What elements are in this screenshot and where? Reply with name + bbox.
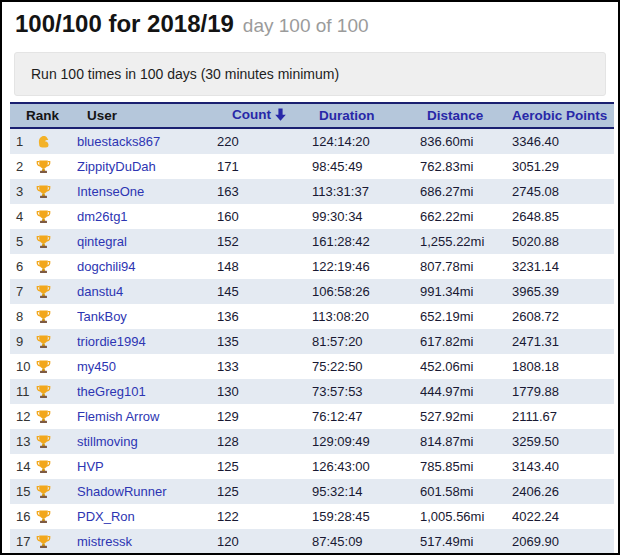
table-row: 17mistressk12087:45:09517.49mi2069.90 [10, 529, 614, 554]
user-cell: stillmoving [77, 429, 217, 454]
user-link[interactable]: ZippityDuDah [77, 159, 156, 174]
distance-cell: 1,005.56mi [420, 504, 512, 529]
count-cell: 129 [217, 404, 312, 429]
table-row: 1bluestacks867220124:14:20836.60mi3346.4… [10, 128, 614, 154]
duration-cell: 98:45:49 [312, 154, 420, 179]
trophy-icon [35, 533, 52, 550]
trophy-icon [35, 233, 52, 250]
user-link[interactable]: dm26tg1 [77, 209, 128, 224]
user-cell: bluestacks867 [77, 128, 217, 154]
rank-number: 4 [16, 209, 32, 224]
user-link[interactable]: HVP [77, 459, 104, 474]
user-link[interactable]: stillmoving [77, 434, 138, 449]
user-link[interactable]: theGreg101 [77, 384, 146, 399]
trophy-icon [35, 433, 52, 450]
distance-cell: 617.82mi [420, 329, 512, 354]
page-title: 100/100 for 2018/19 [15, 10, 234, 38]
trophy-icon [35, 283, 52, 300]
table-row: 13stillmoving128129:09:49814.87mi3259.50 [10, 429, 614, 454]
count-cell: 128 [217, 429, 312, 454]
duration-cell: 75:22:50 [312, 354, 420, 379]
table-row: 12Flemish Arrow12976:12:47527.92mi2111.6… [10, 404, 614, 429]
rank-cell: 6 [10, 254, 77, 279]
duration-cell: 73:57:53 [312, 379, 420, 404]
user-link[interactable]: IntenseOne [77, 184, 144, 199]
column-header-rank: Rank [10, 103, 77, 128]
rank-cell: 4 [10, 204, 77, 229]
trophy-icon [35, 358, 52, 375]
distance-cell: 991.34mi [420, 279, 512, 304]
trophy-icon [35, 508, 52, 525]
user-link[interactable]: triordie1994 [77, 334, 146, 349]
rank-number: 13 [16, 434, 32, 449]
rank-number: 15 [16, 484, 32, 499]
table-row: 10my45013375:22:50452.06mi1808.18 [10, 354, 614, 379]
challenge-description: Run 100 times in 100 days (30 minutes mi… [31, 66, 339, 82]
user-link[interactable]: mistressk [77, 534, 132, 549]
count-cell: 120 [217, 529, 312, 554]
duration-cell: 87:45:09 [312, 529, 420, 554]
duration-cell: 159:28:45 [312, 504, 420, 529]
distance-cell: 452.06mi [420, 354, 512, 379]
rank-number: 6 [16, 259, 32, 274]
rank-cell: 17 [10, 529, 77, 554]
user-link[interactable]: my450 [77, 359, 116, 374]
points-cell: 5020.88 [512, 229, 614, 254]
duration-cell: 113:31:37 [312, 179, 420, 204]
distance-cell: 686.27mi [420, 179, 512, 204]
table-row: 11theGreg10113073:57:53444.97mi1779.88 [10, 379, 614, 404]
points-cell: 1779.88 [512, 379, 614, 404]
points-cell: 2745.08 [512, 179, 614, 204]
column-header-distance[interactable]: Distance [420, 103, 512, 128]
user-link[interactable]: Flemish Arrow [77, 409, 159, 424]
challenge-description-box: Run 100 times in 100 days (30 minutes mi… [14, 52, 606, 96]
trophy-icon [35, 408, 52, 425]
trophy-icon [35, 258, 52, 275]
user-cell: PDX_Ron [77, 504, 217, 529]
count-cell: 152 [217, 229, 312, 254]
distance-cell: 601.58mi [420, 479, 512, 504]
count-cell: 145 [217, 279, 312, 304]
user-link[interactable]: qintegral [77, 234, 127, 249]
rank-cell: 3 [10, 179, 77, 204]
user-link[interactable]: danstu4 [77, 284, 123, 299]
user-link[interactable]: PDX_Ron [77, 509, 135, 524]
trophy-icon [35, 458, 52, 475]
points-cell: 4022.24 [512, 504, 614, 529]
user-cell: danstu4 [77, 279, 217, 304]
table-row: 16PDX_Ron122159:28:451,005.56mi4022.24 [10, 504, 614, 529]
user-link[interactable]: bluestacks867 [77, 134, 160, 149]
user-link[interactable]: TankBoy [77, 309, 127, 324]
table-row: 3IntenseOne163113:31:37686.27mi2745.08 [10, 179, 614, 204]
rank-cell: 2 [10, 154, 77, 179]
rank-number: 8 [16, 309, 32, 324]
trophy-icon [35, 333, 52, 350]
column-header-aerobic-points[interactable]: Aerobic Points [512, 103, 614, 128]
trophy-icon [35, 483, 52, 500]
count-cell: 163 [217, 179, 312, 204]
column-header-duration[interactable]: Duration [312, 103, 420, 128]
table-row: 5qintegral152161:28:421,255.22mi5020.88 [10, 229, 614, 254]
column-header-count[interactable]: Count [217, 103, 312, 128]
rank-number: 12 [16, 409, 32, 424]
user-cell: mistressk [77, 529, 217, 554]
rank-cell: 11 [10, 379, 77, 404]
rank-number: 9 [16, 334, 32, 349]
duration-cell: 76:12:47 [312, 404, 420, 429]
user-link[interactable]: dogchili94 [77, 259, 136, 274]
distance-cell: 836.60mi [420, 128, 512, 154]
user-cell: IntenseOne [77, 179, 217, 204]
rank-number: 10 [16, 359, 32, 374]
distance-cell: 662.22mi [420, 204, 512, 229]
user-cell: my450 [77, 354, 217, 379]
points-cell: 2111.67 [512, 404, 614, 429]
user-cell: TankBoy [77, 304, 217, 329]
trophy-icon [35, 158, 52, 175]
user-link[interactable]: ShadowRunner [77, 484, 167, 499]
points-cell: 1808.18 [512, 354, 614, 379]
rank-number: 16 [16, 509, 32, 524]
count-cell: 133 [217, 354, 312, 379]
duration-cell: 106:58:26 [312, 279, 420, 304]
table-row: 6dogchili94148122:19:46807.78mi3231.14 [10, 254, 614, 279]
distance-cell: 517.49mi [420, 529, 512, 554]
